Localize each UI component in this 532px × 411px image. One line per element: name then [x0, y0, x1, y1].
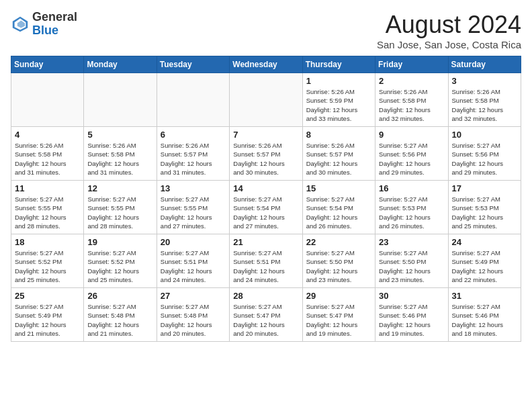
day-number: 1 [306, 76, 371, 86]
calendar-cell: 15Sunrise: 5:27 AM Sunset: 5:54 PM Dayli… [302, 181, 375, 234]
calendar-cell [157, 73, 229, 127]
day-info: Sunrise: 5:27 AM Sunset: 5:49 PM Dayligh… [452, 248, 517, 284]
day-number: 9 [379, 130, 444, 140]
calendar-cell: 10Sunrise: 5:27 AM Sunset: 5:56 PM Dayli… [448, 127, 521, 181]
day-number: 21 [233, 237, 298, 247]
day-number: 11 [15, 183, 80, 193]
day-number: 23 [379, 237, 444, 247]
day-info: Sunrise: 5:27 AM Sunset: 5:54 PM Dayligh… [233, 195, 298, 230]
calendar-cell: 12Sunrise: 5:27 AM Sunset: 5:55 PM Dayli… [84, 181, 157, 234]
day-info: Sunrise: 5:27 AM Sunset: 5:46 PM Dayligh… [452, 302, 517, 338]
day-number: 7 [233, 130, 298, 140]
day-header-saturday: Saturday [448, 56, 521, 73]
day-number: 13 [161, 183, 226, 193]
calendar-title: August 2024 [377, 11, 521, 39]
day-info: Sunrise: 5:26 AM Sunset: 5:57 PM Dayligh… [233, 141, 298, 177]
header: General Blue August 2024 San Jose, San J… [11, 11, 521, 50]
day-number: 19 [87, 237, 152, 247]
day-number: 26 [87, 291, 152, 301]
day-info: Sunrise: 5:27 AM Sunset: 5:48 PM Dayligh… [87, 302, 152, 338]
day-number: 30 [379, 291, 444, 301]
day-info: Sunrise: 5:27 AM Sunset: 5:47 PM Dayligh… [233, 302, 298, 338]
day-info: Sunrise: 5:27 AM Sunset: 5:51 PM Dayligh… [161, 248, 226, 284]
week-row-1: 1Sunrise: 5:26 AM Sunset: 5:59 PM Daylig… [11, 73, 521, 127]
calendar-cell: 7Sunrise: 5:26 AM Sunset: 5:57 PM Daylig… [230, 127, 302, 181]
calendar-cell: 14Sunrise: 5:27 AM Sunset: 5:54 PM Dayli… [230, 181, 302, 234]
day-info: Sunrise: 5:27 AM Sunset: 5:52 PM Dayligh… [87, 248, 152, 284]
calendar-cell: 18Sunrise: 5:27 AM Sunset: 5:52 PM Dayli… [11, 234, 84, 288]
day-number: 25 [15, 291, 80, 301]
calendar-cell: 22Sunrise: 5:27 AM Sunset: 5:50 PM Dayli… [302, 234, 375, 288]
day-number: 2 [379, 76, 444, 86]
calendar-cell: 26Sunrise: 5:27 AM Sunset: 5:48 PM Dayli… [84, 288, 157, 342]
day-info: Sunrise: 5:27 AM Sunset: 5:56 PM Dayligh… [379, 141, 444, 177]
calendar-cell: 5Sunrise: 5:26 AM Sunset: 5:58 PM Daylig… [84, 127, 157, 181]
logo-general-text: General [32, 11, 77, 24]
day-header-sunday: Sunday [11, 56, 84, 73]
day-info: Sunrise: 5:27 AM Sunset: 5:46 PM Dayligh… [379, 302, 444, 338]
calendar-cell: 2Sunrise: 5:26 AM Sunset: 5:58 PM Daylig… [375, 73, 448, 127]
day-number: 4 [15, 130, 80, 140]
day-info: Sunrise: 5:26 AM Sunset: 5:58 PM Dayligh… [87, 141, 152, 177]
week-row-5: 25Sunrise: 5:27 AM Sunset: 5:49 PM Dayli… [11, 288, 521, 342]
calendar-cell: 25Sunrise: 5:27 AM Sunset: 5:49 PM Dayli… [11, 288, 84, 342]
day-info: Sunrise: 5:27 AM Sunset: 5:55 PM Dayligh… [161, 195, 226, 230]
day-number: 18 [15, 237, 80, 247]
logo: General Blue [11, 11, 77, 38]
day-info: Sunrise: 5:27 AM Sunset: 5:54 PM Dayligh… [306, 195, 371, 230]
day-number: 14 [233, 183, 298, 193]
week-row-4: 18Sunrise: 5:27 AM Sunset: 5:52 PM Dayli… [11, 234, 521, 288]
day-info: Sunrise: 5:26 AM Sunset: 5:58 PM Dayligh… [379, 87, 444, 123]
day-info: Sunrise: 5:26 AM Sunset: 5:57 PM Dayligh… [306, 141, 371, 177]
day-info: Sunrise: 5:27 AM Sunset: 5:49 PM Dayligh… [15, 302, 80, 338]
calendar-cell: 11Sunrise: 5:27 AM Sunset: 5:55 PM Dayli… [11, 181, 84, 234]
calendar-cell: 17Sunrise: 5:27 AM Sunset: 5:53 PM Dayli… [448, 181, 521, 234]
calendar-cell: 27Sunrise: 5:27 AM Sunset: 5:48 PM Dayli… [157, 288, 229, 342]
day-number: 6 [161, 130, 226, 140]
calendar-cell: 31Sunrise: 5:27 AM Sunset: 5:46 PM Dayli… [448, 288, 521, 342]
day-number: 29 [306, 291, 371, 301]
calendar-cell: 4Sunrise: 5:26 AM Sunset: 5:58 PM Daylig… [11, 127, 84, 181]
day-number: 10 [452, 130, 517, 140]
calendar-cell: 6Sunrise: 5:26 AM Sunset: 5:57 PM Daylig… [157, 127, 229, 181]
day-header-tuesday: Tuesday [157, 56, 229, 73]
day-number: 15 [306, 183, 371, 193]
calendar-cell [230, 73, 302, 127]
calendar-cell: 20Sunrise: 5:27 AM Sunset: 5:51 PM Dayli… [157, 234, 229, 288]
day-number: 16 [379, 183, 444, 193]
day-number: 22 [306, 237, 371, 247]
day-header-friday: Friday [375, 56, 448, 73]
day-info: Sunrise: 5:26 AM Sunset: 5:57 PM Dayligh… [161, 141, 226, 177]
calendar-cell: 24Sunrise: 5:27 AM Sunset: 5:49 PM Dayli… [448, 234, 521, 288]
day-number: 3 [452, 76, 517, 86]
day-info: Sunrise: 5:27 AM Sunset: 5:53 PM Dayligh… [379, 195, 444, 230]
day-info: Sunrise: 5:27 AM Sunset: 5:56 PM Dayligh… [452, 141, 517, 177]
calendar-cell: 16Sunrise: 5:27 AM Sunset: 5:53 PM Dayli… [375, 181, 448, 234]
calendar-cell: 30Sunrise: 5:27 AM Sunset: 5:46 PM Dayli… [375, 288, 448, 342]
day-info: Sunrise: 5:27 AM Sunset: 5:48 PM Dayligh… [161, 302, 226, 338]
calendar-cell: 29Sunrise: 5:27 AM Sunset: 5:47 PM Dayli… [302, 288, 375, 342]
day-number: 31 [452, 291, 517, 301]
day-info: Sunrise: 5:26 AM Sunset: 5:59 PM Dayligh… [306, 87, 371, 123]
day-number: 8 [306, 130, 371, 140]
calendar-cell: 21Sunrise: 5:27 AM Sunset: 5:51 PM Dayli… [230, 234, 302, 288]
calendar-cell: 1Sunrise: 5:26 AM Sunset: 5:59 PM Daylig… [302, 73, 375, 127]
title-block: August 2024 San Jose, San Jose, Costa Ri… [377, 11, 521, 50]
calendar-cell: 13Sunrise: 5:27 AM Sunset: 5:55 PM Dayli… [157, 181, 229, 234]
calendar-cell [11, 73, 84, 127]
day-info: Sunrise: 5:27 AM Sunset: 5:51 PM Dayligh… [233, 248, 298, 284]
day-info: Sunrise: 5:27 AM Sunset: 5:47 PM Dayligh… [306, 302, 371, 338]
day-info: Sunrise: 5:26 AM Sunset: 5:58 PM Dayligh… [15, 141, 80, 177]
day-number: 17 [452, 183, 517, 193]
calendar-cell: 28Sunrise: 5:27 AM Sunset: 5:47 PM Dayli… [230, 288, 302, 342]
day-info: Sunrise: 5:27 AM Sunset: 5:50 PM Dayligh… [379, 248, 444, 284]
day-header-monday: Monday [84, 56, 157, 73]
day-info: Sunrise: 5:26 AM Sunset: 5:58 PM Dayligh… [452, 87, 517, 123]
logo-icon [11, 15, 30, 34]
calendar-cell: 19Sunrise: 5:27 AM Sunset: 5:52 PM Dayli… [84, 234, 157, 288]
day-info: Sunrise: 5:27 AM Sunset: 5:52 PM Dayligh… [15, 248, 80, 284]
day-number: 27 [161, 291, 226, 301]
logo-blue-text: Blue [32, 24, 77, 38]
day-number: 28 [233, 291, 298, 301]
calendar-cell [84, 73, 157, 127]
